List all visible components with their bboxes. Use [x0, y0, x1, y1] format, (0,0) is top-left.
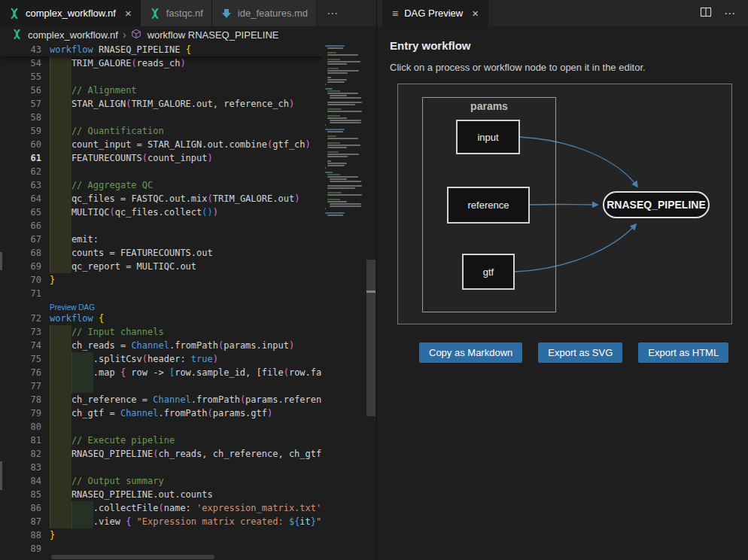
code-line[interactable]: 71 [0, 287, 376, 300]
line-number[interactable]: 82 [0, 447, 50, 461]
code-line[interactable]: 78ch_reference = Channel.fromPath(params… [0, 393, 376, 406]
line-number[interactable]: 55 [0, 70, 50, 84]
code-line[interactable]: 55 [0, 70, 376, 84]
code-line[interactable]: 73// Input channels [0, 325, 376, 339]
code-line[interactable]: 61FEATURECOUNTS(count_input) [0, 151, 376, 165]
line-number[interactable]: 63 [0, 178, 50, 192]
copy-as-markdown-button[interactable]: Copy as Markdown [419, 342, 522, 363]
line-number[interactable]: 76 [0, 366, 50, 379]
dag-node-rnaseq-pipeline[interactable]: RNASEQ_PIPELINE [603, 191, 710, 218]
dag-node-reference[interactable]: reference [447, 187, 530, 224]
code-line[interactable]: 83 [0, 461, 376, 474]
line-number[interactable]: 79 [0, 406, 50, 420]
codelens-preview-dag-link[interactable]: Preview DAG [50, 303, 95, 312]
line-number[interactable]: 75 [0, 352, 50, 366]
line-number[interactable]: 78 [0, 393, 50, 406]
tab-complex-workflow[interactable]: complex_workflow.nf × [0, 0, 141, 26]
code-line[interactable]: 64qc_files = FASTQC.out.mix(TRIM_GALORE.… [0, 192, 376, 205]
horizontal-scrollbar[interactable] [51, 555, 214, 559]
code-line[interactable]: 75.splitCsv(header: true) [0, 352, 376, 366]
more-tabs-button[interactable]: ⋯ [317, 0, 348, 26]
tab-fastqc[interactable]: fastqc.nf [141, 0, 212, 26]
line-number[interactable]: 81 [0, 434, 50, 447]
scrollbar-thumb[interactable] [366, 260, 376, 416]
dag-node-gtf[interactable]: gtf [462, 254, 515, 290]
line-number[interactable]: 61 [0, 151, 50, 165]
line-number[interactable]: 59 [0, 124, 50, 138]
line-number[interactable]: 89 [0, 542, 50, 555]
tab-ide-features[interactable]: ide_features.md [212, 0, 317, 26]
code-line[interactable]: 85RNASEQ_PIPELINE.out.counts [0, 488, 376, 501]
code-line[interactable]: 58 [0, 111, 376, 124]
minimap-line [327, 115, 340, 117]
code-line[interactable]: 82RNASEQ_PIPELINE(ch_reads, ch_reference… [0, 447, 376, 461]
code-line[interactable]: 76.map { row -> [row.sample_id, [file(ro… [0, 366, 376, 379]
line-number[interactable]: 58 [0, 111, 50, 124]
panel-more-icon[interactable]: ⋯ [724, 7, 736, 20]
code-line[interactable]: 54TRIM_GALORE(reads_ch) [0, 56, 376, 70]
code-line[interactable]: 65MULTIQC(qc_files.collect()) [0, 205, 376, 219]
line-number[interactable]: 85 [0, 488, 50, 501]
code-line[interactable]: 59// Quantification [0, 124, 376, 138]
code-line[interactable]: 43workflow RNASEQ_PIPELINE { [0, 43, 323, 56]
minimap[interactable] [323, 43, 366, 560]
line-number[interactable]: 60 [0, 138, 50, 151]
breadcrumb-symbol[interactable]: workflow RNASEQ_PIPELINE [147, 29, 279, 41]
code-line[interactable]: 57STAR_ALIGN(TRIM_GALORE.out, reference_… [0, 97, 376, 111]
code-line[interactable]: 56// Alignment [0, 84, 376, 97]
split-editor-icon[interactable] [700, 6, 712, 21]
line-number[interactable]: 74 [0, 339, 50, 352]
line-number[interactable]: 64 [0, 192, 50, 205]
dag-node-input[interactable]: input [456, 120, 520, 154]
line-number[interactable]: 68 [0, 246, 50, 260]
line-number[interactable]: 83 [0, 461, 50, 474]
line-number[interactable]: 73 [0, 325, 50, 339]
code-line[interactable]: 74ch_reads = Channel.fromPath(params.inp… [0, 339, 376, 352]
code-line[interactable]: 88} [0, 528, 376, 542]
code-line[interactable]: 81// Execute pipeline [0, 434, 376, 447]
line-number[interactable]: 62 [0, 165, 50, 178]
export-as-html-button[interactable]: Export as HTML [638, 342, 728, 363]
code-line[interactable]: 60count_input = STAR_ALIGN.out.combine(g… [0, 138, 376, 151]
line-number[interactable]: 69 [0, 260, 50, 273]
line-number[interactable]: 70 [0, 273, 50, 287]
line-number[interactable]: 86 [0, 501, 50, 515]
code-line[interactable]: 67emit: [0, 233, 376, 246]
code-line[interactable]: 77 [0, 379, 376, 393]
code-line[interactable]: 80 [0, 420, 376, 434]
breadcrumb-file[interactable]: complex_workflow.nf [28, 29, 118, 41]
line-number[interactable]: 54 [0, 56, 50, 70]
panel-close-icon[interactable]: × [472, 7, 479, 20]
code-line[interactable]: 62 [0, 165, 376, 178]
tab-dag-preview[interactable]: ≡ DAG Preview × [382, 0, 488, 26]
code-line[interactable]: 89 [0, 542, 376, 555]
code-line[interactable]: 87.view { "Expression matrix created: ${… [0, 515, 376, 528]
code-line[interactable]: 72workflow { [0, 312, 376, 325]
export-as-svg-button[interactable]: Export as SVG [538, 342, 622, 363]
vertical-scrollbar[interactable] [366, 43, 376, 560]
line-number[interactable]: 84 [0, 474, 50, 488]
tab-close-icon[interactable]: × [125, 7, 132, 20]
line-number[interactable]: 57 [0, 97, 50, 111]
code-line[interactable]: 63// Aggregate QC [0, 178, 376, 192]
line-number[interactable]: 77 [0, 379, 50, 393]
code-line[interactable]: 68counts = FEATURECOUNTS.out [0, 246, 376, 260]
code-line[interactable]: 66 [0, 219, 376, 233]
code-line[interactable]: 69qc_report = MULTIQC.out [0, 260, 376, 273]
line-number[interactable]: 80 [0, 420, 50, 434]
line-number[interactable]: 65 [0, 205, 50, 219]
code-editor[interactable]: 43workflow RNASEQ_PIPELINE { 54TRIM_GALO… [0, 43, 376, 560]
line-number[interactable]: 88 [0, 528, 50, 542]
line-number[interactable]: 72 [0, 312, 50, 325]
line-number[interactable]: 56 [0, 84, 50, 97]
code-line[interactable]: 70} [0, 273, 376, 287]
line-number[interactable]: 66 [0, 219, 50, 233]
code-line[interactable]: 79ch_gtf = Channel.fromPath(params.gtf) [0, 406, 376, 420]
line-number[interactable]: 43 [0, 43, 50, 56]
line-number[interactable]: 67 [0, 233, 50, 246]
sticky-scroll[interactable]: 43workflow RNASEQ_PIPELINE { [0, 43, 323, 56]
line-number[interactable]: 71 [0, 287, 50, 300]
line-number[interactable]: 87 [0, 515, 50, 528]
code-line[interactable]: 84// Output summary [0, 474, 376, 488]
code-line[interactable]: 86.collectFile(name: 'expression_matrix.… [0, 501, 376, 515]
